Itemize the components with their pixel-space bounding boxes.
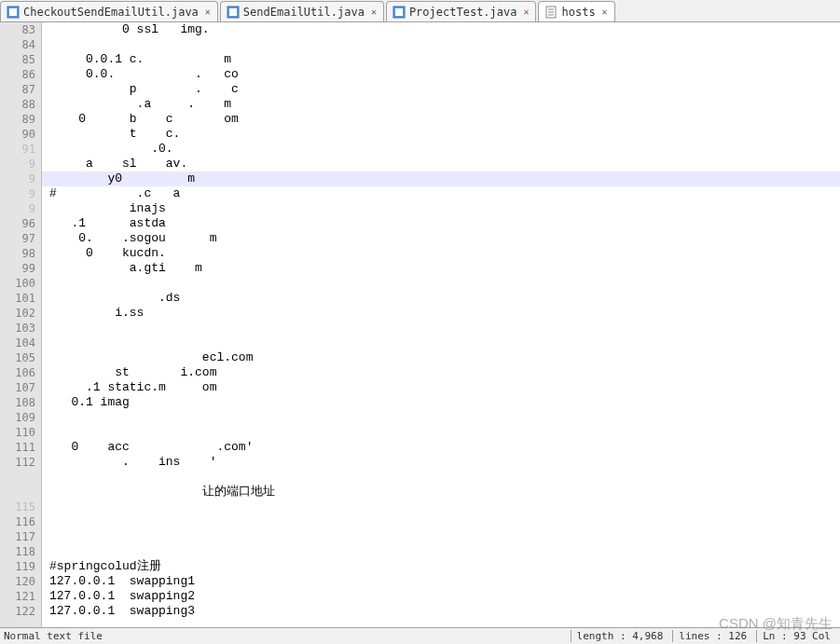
line-number: 108	[0, 395, 35, 410]
tab-checkout-send-email[interactable]: CheckoutSendEmailUtil.java ✕	[0, 1, 218, 21]
close-icon[interactable]: ✕	[599, 7, 611, 18]
code-line[interactable]	[42, 321, 840, 336]
line-number: 83	[0, 22, 35, 37]
line-number: 9	[0, 171, 35, 186]
code-line[interactable]	[42, 425, 840, 440]
code-line[interactable]	[42, 276, 840, 291]
close-icon[interactable]: ✕	[520, 7, 531, 18]
code-line[interactable]: inajs	[42, 201, 840, 216]
code-line[interactable]: 0.0. . co	[42, 67, 840, 82]
code-line[interactable]: 0 b c om	[42, 112, 840, 127]
line-number: 111	[0, 440, 35, 455]
line-number: 122	[0, 604, 35, 619]
line-number: 86	[0, 67, 35, 82]
tab-label: hosts	[561, 6, 595, 19]
code-line[interactable]: . ins '	[42, 455, 840, 470]
status-lines: lines : 126	[672, 630, 752, 642]
editor-area: 8384858687888990919999969798991001011021…	[0, 22, 840, 627]
line-number-gutter: 8384858687888990919999969798991001011021…	[0, 22, 42, 627]
code-line[interactable]: t c.	[42, 127, 840, 142]
code-line[interactable]: 127.0.0.1 swapping2	[42, 589, 840, 604]
line-number: 117	[0, 529, 35, 544]
code-line[interactable]: 0 kucdn.	[42, 246, 840, 261]
code-line[interactable]: 127.0.0.1 swapping3	[42, 604, 840, 619]
line-number: 100	[0, 276, 35, 291]
tab-send-email-util[interactable]: SendEmailUtil.java ✕	[220, 1, 384, 21]
status-file-type: Normal text file	[4, 630, 571, 642]
line-number: 98	[0, 246, 35, 261]
line-number	[0, 485, 35, 500]
close-icon[interactable]: ✕	[202, 7, 213, 18]
tab-label: SendEmailUtil.java	[243, 6, 365, 19]
tab-bar: CheckoutSendEmailUtil.java ✕ SendEmailUt…	[0, 0, 840, 22]
code-line[interactable]	[42, 514, 840, 529]
svg-rect-3	[229, 8, 237, 16]
code-line[interactable]: 127.0.0.1 swapping1	[42, 574, 840, 589]
java-file-icon	[7, 6, 20, 19]
line-number: 85	[0, 52, 35, 67]
line-number: 107	[0, 380, 35, 395]
line-number: 109	[0, 410, 35, 425]
svg-rect-1	[9, 8, 17, 16]
close-icon[interactable]: ✕	[368, 7, 379, 18]
code-line[interactable]: 0 acc .com'	[42, 440, 840, 455]
line-number: 121	[0, 589, 35, 604]
line-number: 105	[0, 350, 35, 365]
code-line[interactable]: p . c	[42, 82, 840, 97]
code-line[interactable]: i.ss	[42, 306, 840, 321]
code-line[interactable]: 0 ssl img.	[42, 22, 840, 37]
svg-rect-5	[395, 8, 403, 16]
code-line[interactable]	[42, 500, 840, 514]
line-number: 102	[0, 306, 35, 321]
code-line[interactable]	[42, 544, 840, 559]
line-number: 89	[0, 112, 35, 127]
java-file-icon	[227, 6, 240, 19]
line-number: 9	[0, 201, 35, 216]
code-line[interactable]	[42, 336, 840, 350]
line-number: 104	[0, 336, 35, 350]
line-number: 116	[0, 514, 35, 529]
line-number: 84	[0, 37, 35, 52]
code-line[interactable]: .a . m	[42, 97, 840, 112]
line-number: 120	[0, 574, 35, 589]
code-line[interactable]	[42, 529, 840, 544]
line-number: 99	[0, 261, 35, 276]
status-position: Ln : 93 Col	[756, 630, 836, 642]
line-number: 118	[0, 544, 35, 559]
line-number: 90	[0, 127, 35, 142]
line-number: 88	[0, 97, 35, 112]
tab-hosts[interactable]: hosts ✕	[538, 1, 614, 21]
code-line[interactable]: a sl av.	[42, 157, 840, 171]
code-line[interactable]: .1 astda	[42, 216, 840, 231]
code-line[interactable]	[42, 410, 840, 425]
line-number: 101	[0, 291, 35, 306]
code-line[interactable]: 让的端口地址	[42, 485, 840, 500]
code-line[interactable]: .1 static.m om	[42, 380, 840, 395]
code-line[interactable]: #springcolud注册	[42, 559, 840, 574]
line-number: 96	[0, 216, 35, 231]
code-line[interactable]: 0.0.1 c. m	[42, 52, 840, 67]
line-number: 87	[0, 82, 35, 97]
code-line[interactable]: .ds	[42, 291, 840, 306]
code-line[interactable]: ecl.com	[42, 350, 840, 365]
line-number: 115	[0, 500, 35, 514]
code-line[interactable]	[42, 37, 840, 52]
line-number: 112	[0, 455, 35, 470]
line-number: 97	[0, 231, 35, 246]
line-number: 103	[0, 321, 35, 336]
code-line[interactable]: 0.1 imag	[42, 395, 840, 410]
code-line[interactable]: a.gti m	[42, 261, 840, 276]
code-line[interactable]: .0.	[42, 142, 840, 157]
line-number: 9	[0, 186, 35, 201]
code-line[interactable]: # .c a	[42, 186, 840, 201]
line-number	[0, 470, 35, 485]
code-line[interactable]: 0. .sogou m	[42, 231, 840, 246]
line-number: 106	[0, 365, 35, 380]
code-line[interactable]	[42, 470, 840, 485]
line-number: 110	[0, 425, 35, 440]
tab-label: CheckoutSendEmailUtil.java	[23, 6, 199, 19]
tab-project-test[interactable]: ProjectTest.java ✕	[386, 1, 537, 21]
code-content[interactable]: 0 ssl img. 0.0.1 c. m 0.0. . co p . c .a…	[42, 22, 840, 627]
code-line[interactable]: st i.com	[42, 365, 840, 380]
code-line[interactable]: y0 m	[42, 171, 840, 186]
